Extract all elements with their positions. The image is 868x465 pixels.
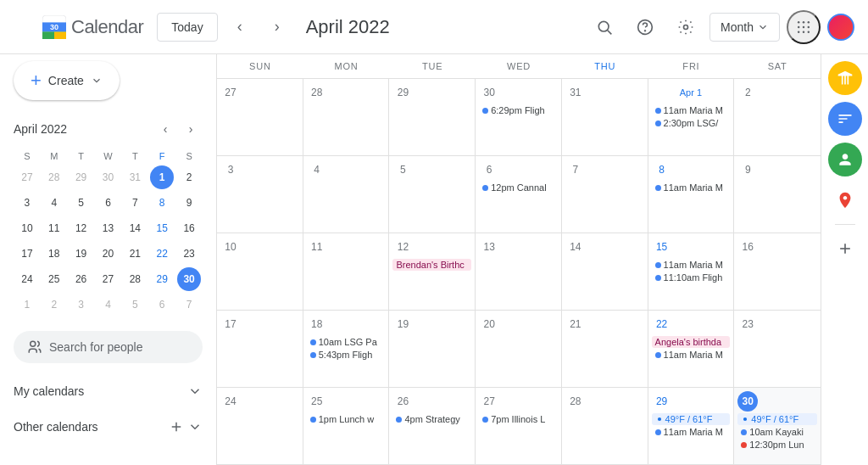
mini-day[interactable]: 2 [177,165,201,189]
next-month-button[interactable]: › [262,12,292,42]
mini-day[interactable]: 24 [15,267,39,291]
calendar-event[interactable]: 6:29pm Fligh [479,104,558,116]
mini-day[interactable]: 31 [123,165,147,189]
other-calendars-add-icon[interactable] [169,419,184,434]
cell-date[interactable]: 7 [565,160,586,180]
mini-day[interactable]: 18 [42,242,66,266]
google-maps-icon[interactable] [828,183,862,217]
calendar-event[interactable]: 10am LSG Pa [307,336,386,348]
cell-date[interactable]: 23 [737,314,758,334]
calendar-event[interactable]: 12pm Cannal [479,182,558,193]
mini-day[interactable]: 1 [15,293,39,317]
prev-month-button[interactable]: ‹ [225,12,255,42]
mini-day[interactable]: 5 [70,191,93,215]
cell-date[interactable]: 14 [565,237,586,257]
mini-day[interactable]: 27 [15,165,39,189]
mini-cal-prev[interactable]: ‹ [153,117,177,141]
mini-day[interactable]: 30 [96,165,120,189]
cell-date[interactable]: 26 [392,391,413,412]
cell-date[interactable]: 6 [479,160,499,180]
mini-cal-next[interactable]: › [179,117,203,141]
mini-day[interactable]: 4 [96,293,120,317]
cell-date[interactable]: 18 [307,314,327,334]
my-calendars-header[interactable]: My calendars [14,377,203,406]
mini-day[interactable]: 28 [42,165,66,189]
cell-date[interactable]: 8 [652,160,672,180]
cell-date[interactable]: 27 [220,82,241,103]
google-keep-icon[interactable] [828,61,862,95]
cell-date[interactable]: 13 [479,237,499,257]
settings-button[interactable] [669,10,703,44]
mini-day[interactable]: 29 [70,165,93,189]
cell-date[interactable]: 27 [479,391,499,412]
cell-date[interactable]: 20 [479,314,499,334]
mini-day[interactable]: 4 [42,191,66,215]
calendar-event[interactable]: 4pm Strategy [392,413,471,425]
mini-day[interactable]: 19 [70,242,93,266]
menu-button[interactable] [14,17,34,37]
mini-day[interactable]: 13 [96,216,120,240]
calendar-event[interactable]: 10am Kayaki [737,426,817,438]
calendar-event[interactable]: 11am Maria M [652,259,731,271]
mini-day[interactable]: 12 [70,216,93,240]
google-tasks-icon[interactable] [828,102,862,136]
mini-day[interactable]: 22 [150,242,174,266]
mini-day[interactable]: 26 [70,267,93,291]
today-button[interactable]: Today [157,13,217,42]
calendar-event-weather[interactable]: 49°F / 61°F [652,413,731,425]
cell-date-today[interactable]: 30 [737,391,758,412]
right-panel-add-icon[interactable] [828,232,862,266]
mini-day[interactable]: 28 [123,267,147,291]
calendar-event[interactable]: 11:10am Fligh [652,272,731,283]
mini-day[interactable]: 25 [42,267,66,291]
cell-date[interactable]: 25 [307,391,327,412]
cell-date[interactable]: 10 [220,237,241,257]
cell-date-apr1[interactable]: Apr 1 [652,82,731,103]
cell-date[interactable]: 29 [652,391,672,412]
cell-date[interactable]: 29 [392,82,413,103]
google-apps-button[interactable] [787,10,821,44]
mini-day[interactable]: 3 [70,293,93,317]
mini-day[interactable]: 3 [15,191,39,215]
view-selector[interactable]: Month [709,13,780,42]
mini-day[interactable]: 15 [150,216,174,240]
search-button[interactable] [587,10,621,44]
cell-date[interactable]: 22 [652,314,672,334]
calendar-event[interactable]: 1pm Lunch w [307,413,386,425]
calendar-event-weather[interactable]: 49°F / 61°F [737,413,817,425]
calendar-event[interactable]: 11am Maria M [652,104,731,116]
mini-day[interactable]: 6 [96,191,120,215]
cell-date[interactable]: 5 [392,160,413,180]
cell-date[interactable]: 30 [479,82,499,103]
mini-day[interactable]: 6 [150,293,174,317]
mini-day[interactable]: 2 [42,293,66,317]
mini-day[interactable]: 8 [150,191,174,215]
mini-day[interactable]: 1 [150,165,174,189]
mini-day[interactable]: 23 [177,242,201,266]
mini-day[interactable]: 10 [15,216,39,240]
mini-day[interactable]: 7 [177,293,201,317]
mini-day[interactable]: 7 [123,191,147,215]
cell-date[interactable]: 28 [565,391,586,412]
mini-day-today[interactable]: 30 [177,267,201,291]
user-avatar[interactable] [827,14,854,41]
calendar-event[interactable]: 11am Maria M [652,182,731,193]
cell-date[interactable]: 9 [737,160,758,180]
cell-date[interactable]: 4 [307,160,327,180]
calendar-event[interactable]: 2:30pm LSG/ [652,117,731,129]
mini-day[interactable]: 29 [150,267,174,291]
calendar-event[interactable]: 11am Maria M [652,349,731,361]
mini-day[interactable]: 9 [177,191,201,215]
calendar-event[interactable]: 7pm Illinois L [479,413,558,425]
mini-day[interactable]: 14 [123,216,147,240]
cell-date[interactable]: 11 [307,237,327,257]
mini-day[interactable]: 27 [96,267,120,291]
mini-day[interactable]: 16 [177,216,201,240]
calendar-event[interactable]: 5:43pm Fligh [307,349,386,361]
cell-date[interactable]: 28 [307,82,327,103]
mini-day[interactable]: 11 [42,216,66,240]
mini-day[interactable]: 20 [96,242,120,266]
cell-date[interactable]: 2 [737,82,758,103]
google-contacts-icon[interactable] [828,143,862,176]
cell-date[interactable]: 17 [220,314,241,334]
